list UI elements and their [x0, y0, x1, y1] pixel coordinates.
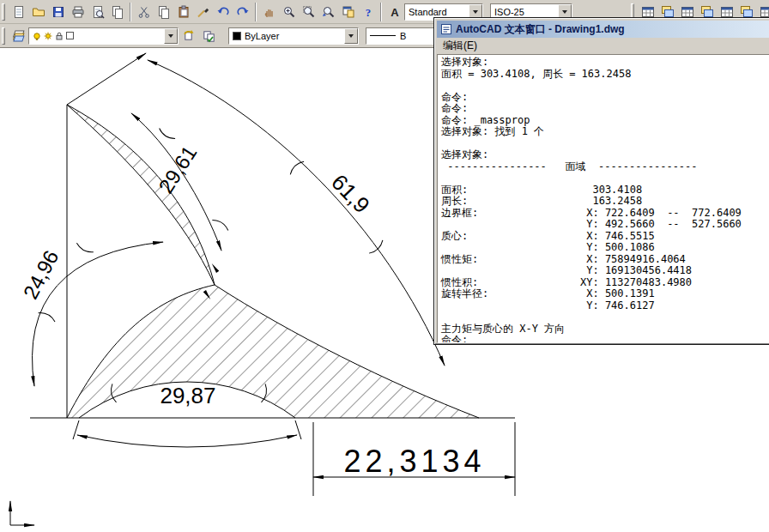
autocad-app: 29,61 61,9 24,96 29,87 22,3134 ? A St [0, 0, 769, 532]
layer-status-icons [33, 32, 74, 40]
text-window-title: AutoCAD 文本窗口 - Drawing1.dwg [456, 22, 625, 37]
ext-line-29-87-left [73, 420, 79, 439]
text-window-icon [440, 23, 452, 35]
text-line: 质心: X: 746.5515 [441, 231, 769, 243]
text-window-content[interactable]: 选择对象:面积 = 303.4108, 周长 = 163.2458命令:命令:命… [437, 54, 769, 343]
open-button[interactable] [28, 3, 48, 21]
combo-dropdown-button[interactable] [164, 28, 178, 44]
dim-text-22-3134: 22,3134 [343, 444, 485, 479]
text-line: 主力矩与质心的 X-Y 方向 [441, 323, 769, 336]
match-properties-button[interactable] [193, 3, 213, 21]
shape-curve-inner [67, 105, 215, 285]
dim-text-29-61: 29,61 [154, 142, 201, 197]
text-line: Y: 500.1086 [441, 242, 769, 254]
ucs-icon [10, 501, 34, 525]
chevron-down-icon [348, 34, 354, 40]
toolbar-grip[interactable] [2, 27, 5, 45]
zoom-realtime-button[interactable] [279, 3, 299, 21]
color-value: ByLayer [245, 31, 279, 41]
plot-preview-button[interactable] [88, 3, 107, 21]
dim-style-value: ISO-25 [494, 7, 524, 17]
text-line: 惯性积:XY: 113270483.4980 [441, 277, 769, 289]
text-line: 面积: 303.4108 [441, 184, 769, 196]
text-line: 命令: _massprop [441, 115, 769, 127]
leader-line [67, 53, 146, 105]
new-drawing-button[interactable] [9, 3, 28, 21]
layer-combobox[interactable] [28, 27, 179, 45]
text-line [441, 80, 769, 92]
chevron-down-icon [473, 10, 478, 16]
text-window: AutoCAD 文本窗口 - Drawing1.dwg 编辑(E) 选择对象:面… [433, 17, 769, 345]
text-line: Y: 169130456.4418 [441, 265, 769, 277]
undo-button[interactable] [213, 3, 233, 21]
text-line: ---------------- 面域 ---------------- [441, 161, 769, 173]
layer-lock-icon [55, 32, 64, 40]
shape-curve-outer [67, 105, 215, 285]
text-line [441, 311, 769, 323]
layer-states-button[interactable] [198, 27, 218, 45]
layer-properties-button[interactable] [9, 27, 28, 45]
plot-button[interactable] [68, 3, 88, 21]
chevron-down-icon [562, 10, 567, 16]
layer-freeze-icon [44, 32, 52, 40]
toolbar-grip[interactable] [2, 3, 5, 21]
color-combobox[interactable]: ByLayer [228, 27, 359, 45]
text-line: 惯性矩: X: 75894916.4064 [441, 254, 769, 266]
zoom-previous-button[interactable] [318, 3, 338, 21]
color-swatch [233, 32, 241, 40]
toolbar-separator [130, 3, 131, 21]
text-style-button[interactable]: A [384, 3, 404, 21]
text-line: 选择对象: 找到 1 个 [441, 126, 769, 138]
ext-line-29-87-right [295, 420, 301, 439]
layer-color-swatch [66, 32, 74, 39]
layer-on-icon [33, 32, 41, 40]
text-style-icon: A [391, 6, 399, 19]
save-button[interactable] [48, 3, 68, 21]
text-line: 命令: [441, 103, 769, 115]
text-line: 命令: [441, 335, 769, 343]
text-line: 旋转半径: X: 500.1391 [441, 288, 769, 300]
redo-button[interactable] [233, 3, 252, 21]
combo-dropdown-button[interactable] [344, 28, 358, 44]
text-line: Y: 492.5660 -- 527.5660 [441, 219, 769, 231]
toolbar-separator [255, 3, 257, 21]
publish-button[interactable] [107, 3, 127, 21]
help-button[interactable]: ? [358, 3, 378, 21]
help-icon: ? [365, 6, 371, 19]
text-window-menubar: 编辑(E) [437, 38, 769, 54]
copy-button[interactable] [154, 3, 173, 21]
text-line: 选择对象: [441, 57, 769, 69]
layer-previous-button[interactable] [179, 27, 198, 45]
text-line: Y: 746.6127 [441, 300, 769, 312]
text-line: 周长: 163.2458 [441, 196, 769, 208]
toolbar-separator [380, 3, 382, 21]
text-style-value: Standard [409, 7, 447, 17]
pan-realtime-button[interactable] [259, 3, 279, 21]
dim-text-61-9: 61,9 [326, 169, 375, 218]
linetype-value: B [400, 31, 406, 41]
text-line: 选择对象: [441, 149, 769, 161]
text-line [441, 172, 769, 184]
text-line: 边界框: X: 722.6409 -- 772.6409 [441, 208, 769, 220]
linetype-sample [370, 35, 396, 36]
chevron-down-icon [168, 34, 173, 40]
zoom-window-button[interactable] [299, 3, 318, 21]
hatch-sliver [67, 105, 215, 285]
dim-text-29-87: 29,87 [160, 383, 215, 408]
dim-arc-29-87 [77, 435, 297, 447]
text-window-titlebar[interactable]: AutoCAD 文本窗口 - Drawing1.dwg [437, 21, 769, 38]
text-line [441, 138, 769, 150]
dim-text-24-96: 24,96 [18, 246, 63, 303]
paste-button[interactable] [173, 3, 193, 21]
text-line: 面积 = 303.4108, 周长 = 163.2458 [441, 69, 769, 81]
cut-button[interactable] [134, 3, 154, 21]
hatch-region [67, 285, 479, 418]
properties-button[interactable] [338, 3, 358, 21]
menu-edit[interactable]: 编辑(E) [437, 38, 483, 54]
text-line: 命令: [441, 92, 769, 104]
